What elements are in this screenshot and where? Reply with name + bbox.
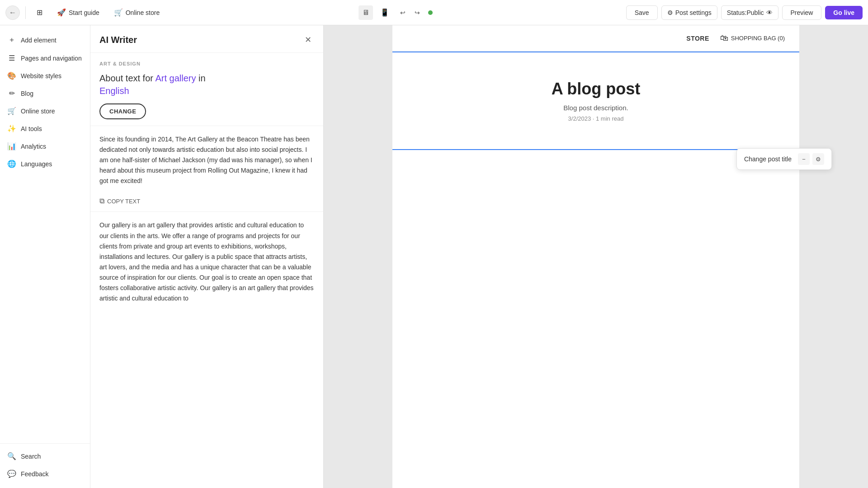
pages-icon: ☰ xyxy=(7,54,16,62)
status-dot xyxy=(428,10,433,15)
sidebar-label-analytics: Analytics xyxy=(21,143,46,150)
start-guide-label: Start guide xyxy=(69,9,99,16)
subtitle-link2: English xyxy=(99,86,129,96)
panel-title: AI Writer xyxy=(99,35,137,45)
store-icon: 🛒 xyxy=(7,107,16,115)
back-button[interactable]: ← xyxy=(5,5,20,20)
save-button[interactable]: Save xyxy=(626,5,658,20)
online-store-label: Online store xyxy=(126,9,160,16)
subtitle-part2: in xyxy=(198,73,206,83)
desktop-icon: 🖥 xyxy=(362,9,369,17)
undo-redo-group: ↩ ↪ xyxy=(396,6,424,19)
copy-text-button[interactable]: ⧉ COPY TEXT xyxy=(90,194,323,211)
plus-icon: ＋ xyxy=(7,35,16,45)
page-frame: STORE 🛍 SHOPPING BAG (0) A blog post Blo… xyxy=(392,25,799,488)
panel-subtitle: About text for Art gallery in English xyxy=(99,72,314,97)
close-icon: ✕ xyxy=(305,35,311,45)
mobile-view-button[interactable]: 📱 xyxy=(377,5,392,20)
sidebar-label-online-store: Online store xyxy=(21,108,55,115)
panel-category: ART & DESIGN xyxy=(99,61,314,66)
sidebar-item-languages[interactable]: 🌐 Languages xyxy=(0,155,90,173)
shopping-bag-label: SHOPPING BAG (0) xyxy=(731,35,785,42)
blog-icon: ✏ xyxy=(7,89,16,98)
panel-close-button[interactable]: ✕ xyxy=(302,33,314,46)
shopping-bag[interactable]: 🛍 SHOPPING BAG (0) xyxy=(720,33,785,43)
layout-icon: ⊞ xyxy=(37,8,42,17)
undo-button[interactable]: ↩ xyxy=(396,6,409,19)
sidebar-item-pages-navigation[interactable]: ☰ Pages and navigation xyxy=(0,49,90,67)
panel-body: ART & DESIGN About text for Art gallery … xyxy=(90,53,323,488)
post-settings-label: Post settings xyxy=(675,9,712,16)
sidebar-item-analytics[interactable]: 📊 Analytics xyxy=(0,137,90,155)
sidebar-label-blog: Blog xyxy=(21,90,33,97)
page-content: A blog post Blog post description. 3/2/2… xyxy=(392,52,799,149)
canvas-inner: STORE 🛍 SHOPPING BAG (0) A blog post Blo… xyxy=(324,25,868,488)
cart-icon: 🛒 xyxy=(114,8,123,17)
golive-button[interactable]: Go live xyxy=(825,6,863,19)
sidebar-item-ai-tools[interactable]: ✨ AI tools xyxy=(0,120,90,137)
layout-button[interactable]: ⊞ xyxy=(31,5,48,19)
bag-icon: 🛍 xyxy=(720,33,728,43)
change-post-title-label: Change post title xyxy=(744,155,792,163)
ai-writer-panel: AI Writer ✕ ART & DESIGN About text for … xyxy=(90,25,324,488)
languages-icon: 🌐 xyxy=(7,160,16,168)
ai-icon: ✨ xyxy=(7,124,16,133)
change-button[interactable]: CHANGE xyxy=(99,103,146,119)
sidebar-bottom: 🔍 Search 💬 Feedback xyxy=(0,443,90,483)
sidebar-item-feedback[interactable]: 💬 Feedback xyxy=(0,465,90,483)
post-title[interactable]: A blog post xyxy=(410,80,781,99)
start-guide-button[interactable]: 🚀 Start guide xyxy=(52,5,105,19)
page-header: STORE 🛍 SHOPPING BAG (0) xyxy=(392,25,799,52)
sidebar-item-add-element[interactable]: ＋ Add element xyxy=(0,31,90,49)
sidebar-label-styles: Website styles xyxy=(21,72,61,80)
sidebar-item-search[interactable]: 🔍 Search xyxy=(0,447,90,465)
search-icon: 🔍 xyxy=(7,452,16,460)
sidebar-label-pages: Pages and navigation xyxy=(21,55,82,62)
redo-button[interactable]: ↪ xyxy=(411,6,424,19)
rocket-icon: 🚀 xyxy=(57,8,66,17)
sidebar-label-feedback: Feedback xyxy=(21,470,48,478)
post-settings-button[interactable]: ⚙ Post settings xyxy=(661,5,717,20)
styles-icon: 🎨 xyxy=(7,71,16,80)
feedback-icon: 💬 xyxy=(7,469,16,478)
analytics-icon: 📊 xyxy=(7,142,16,150)
back-icon: ← xyxy=(9,9,16,17)
topbar-divider xyxy=(25,6,26,19)
copy-text-label: COPY TEXT xyxy=(107,198,140,205)
desktop-view-button[interactable]: 🖥 xyxy=(359,5,373,20)
sidebar-label-ai-tools: AI tools xyxy=(21,125,42,132)
store-nav-label[interactable]: STORE xyxy=(686,35,709,42)
sidebar-item-blog[interactable]: ✏ Blog xyxy=(0,84,90,102)
online-store-button[interactable]: 🛒 Online store xyxy=(108,5,165,19)
copy-icon: ⧉ xyxy=(99,197,104,205)
panel-header: AI Writer ✕ xyxy=(90,25,323,53)
post-description: Blog post description. xyxy=(410,104,781,112)
subtitle-link1-text: Art gallery xyxy=(155,73,196,83)
topbar-center: 🖥 📱 ↩ ↪ xyxy=(169,5,623,20)
change-post-title-tooltip: Change post title − ⚙ xyxy=(736,148,832,170)
generated-text-1: Since its founding in 2014, The Art Gall… xyxy=(90,126,323,194)
mobile-icon: 📱 xyxy=(380,8,389,17)
panel-section-topic: ART & DESIGN About text for Art gallery … xyxy=(90,53,323,126)
tooltip-settings-button[interactable]: ⚙ xyxy=(812,153,824,165)
sidebar-label-search: Search xyxy=(21,453,41,460)
tooltip-minus-button[interactable]: − xyxy=(798,153,810,165)
status-public-label: Status:Public xyxy=(727,9,764,16)
subtitle-part1: About text for xyxy=(99,73,153,83)
sidebar-item-online-store[interactable]: 🛒 Online store xyxy=(0,102,90,120)
sidebar-label-languages: Languages xyxy=(21,160,52,168)
sidebar-label-add-element: Add element xyxy=(21,37,57,44)
settings-icon: ⚙ xyxy=(667,9,673,16)
preview-button[interactable]: Preview xyxy=(782,5,822,20)
sidebar: ＋ Add element ☰ Pages and navigation 🎨 W… xyxy=(0,25,90,488)
eye-icon: 👁 xyxy=(766,9,773,16)
tooltip-actions: − ⚙ xyxy=(798,153,824,165)
main-area: ＋ Add element ☰ Pages and navigation 🎨 W… xyxy=(0,25,868,488)
generated-text-2: Our gallery is an art gallery that provi… xyxy=(90,212,323,312)
post-meta: 3/2/2023 · 1 min read xyxy=(410,115,781,122)
canvas-area: STORE 🛍 SHOPPING BAG (0) A blog post Blo… xyxy=(324,25,868,488)
topbar: ← ⊞ 🚀 Start guide 🛒 Online store 🖥 📱 ↩ ↪… xyxy=(0,0,868,25)
status-public-button[interactable]: Status:Public 👁 xyxy=(721,5,778,20)
topbar-right: Save ⚙ Post settings Status:Public 👁 Pre… xyxy=(626,5,863,20)
sidebar-item-website-styles[interactable]: 🎨 Website styles xyxy=(0,67,90,84)
